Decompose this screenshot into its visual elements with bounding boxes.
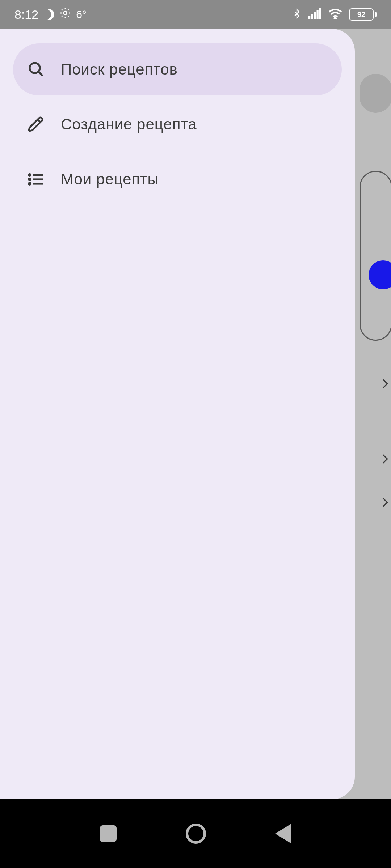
svg-rect-2: [311, 14, 313, 19]
drawer-item-label: Мои рецепты: [61, 171, 159, 188]
svg-point-6: [335, 18, 336, 19]
system-nav-bar: [0, 799, 391, 868]
svg-line-8: [38, 72, 43, 76]
drawer-item-label: Поиск рецептов: [61, 61, 178, 78]
background-header-peek: [360, 74, 391, 113]
nav-home-button[interactable]: [186, 824, 206, 844]
svg-rect-4: [317, 10, 319, 20]
battery-icon: 92: [349, 8, 377, 21]
gear-icon: [59, 7, 71, 22]
svg-line-9: [38, 119, 41, 122]
moon-icon: [43, 9, 54, 20]
status-right: 92: [292, 8, 377, 21]
svg-rect-5: [319, 8, 321, 19]
drawer-item-label: Создание рецепта: [61, 116, 197, 133]
svg-point-0: [64, 11, 67, 14]
status-left: 8:12 6°: [14, 7, 87, 22]
status-temperature: 6°: [76, 8, 87, 21]
drawer-item-create-recipe[interactable]: Создание рецепта: [13, 98, 342, 150]
signal-icon: [308, 8, 321, 21]
chevron-right-icon: [379, 379, 388, 388]
bluetooth-icon: [292, 8, 302, 21]
status-time: 8:12: [14, 8, 38, 22]
wifi-icon: [328, 8, 342, 21]
chevron-right-icon: [379, 498, 388, 507]
chevron-right-icon: [379, 454, 388, 463]
svg-rect-3: [314, 12, 316, 19]
nav-drawer[interactable]: Поиск рецептов Создание рецепта Мои реце…: [0, 29, 355, 799]
drawer-item-search-recipes[interactable]: Поиск рецептов: [13, 43, 342, 95]
status-bar: 8:12 6°: [0, 0, 391, 29]
svg-point-11: [29, 179, 31, 180]
search-icon: [28, 61, 45, 78]
nav-back-button[interactable]: [275, 824, 291, 843]
svg-rect-1: [308, 16, 310, 19]
nav-recent-button[interactable]: [100, 825, 117, 842]
svg-point-12: [29, 183, 31, 185]
drawer-item-my-recipes[interactable]: Мои рецепты: [13, 153, 342, 205]
list-icon: [28, 171, 45, 188]
background-card-peek: [360, 171, 391, 341]
svg-point-10: [29, 174, 31, 176]
battery-level: 92: [349, 8, 374, 21]
edit-icon: [28, 116, 45, 133]
svg-point-7: [30, 63, 40, 73]
